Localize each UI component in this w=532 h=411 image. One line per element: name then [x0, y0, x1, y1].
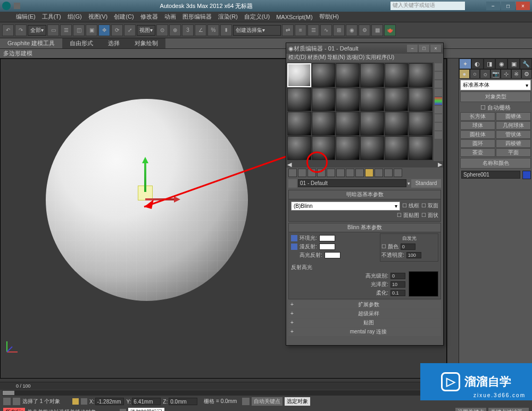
- lock-icon[interactable]: [72, 398, 79, 405]
- keyfilter-button[interactable]: 关键点过滤器...: [488, 408, 529, 411]
- menu-create[interactable]: 创建(C): [112, 13, 136, 21]
- mat-slot[interactable]: [336, 112, 360, 136]
- render-button[interactable]: 🫖: [384, 24, 396, 36]
- show-in-viewport-button[interactable]: [365, 169, 373, 177]
- selfillum-color-checkbox[interactable]: ☐ 颜色: [381, 243, 398, 250]
- show-end-result-button[interactable]: [375, 169, 383, 177]
- material-id-button[interactable]: [355, 169, 364, 177]
- extended-params-rollout[interactable]: +扩展参数: [288, 300, 441, 309]
- scroll-left-icon[interactable]: ◀: [287, 161, 292, 167]
- pyramid-button[interactable]: 四棱锥: [496, 139, 531, 148]
- supersampling-rollout[interactable]: +超级采样: [288, 309, 441, 318]
- mat-slot[interactable]: [385, 63, 409, 87]
- selected-key-dropdown[interactable]: 选定对象: [285, 397, 310, 406]
- snap-button[interactable]: 3: [182, 24, 194, 36]
- ribbon-tab-paint[interactable]: 对象绘制: [127, 38, 165, 48]
- object-color-swatch[interactable]: [522, 171, 531, 179]
- trackbar-key[interactable]: [3, 391, 14, 395]
- window-crossing-button[interactable]: ▣: [86, 24, 97, 36]
- mirror-button[interactable]: ⇄: [282, 24, 294, 36]
- mat-slot[interactable]: [312, 136, 336, 160]
- maps-rollout[interactable]: +贴图: [288, 318, 441, 327]
- select-by-mat-icon[interactable]: [435, 123, 442, 130]
- diffuse-lock-icon[interactable]: [291, 244, 297, 250]
- mat-menu-options[interactable]: 选项(O): [346, 54, 364, 62]
- rotate-button[interactable]: ⟳: [111, 24, 123, 36]
- assign-to-selection-button[interactable]: [307, 169, 316, 177]
- minimize-button[interactable]: −: [486, 2, 500, 10]
- percent-snap-button[interactable]: %: [207, 24, 219, 36]
- mat-slot[interactable]: [385, 136, 409, 160]
- mat-menu-mode[interactable]: 模式(D): [288, 54, 306, 62]
- lights-cat[interactable]: ☼: [480, 69, 491, 79]
- mat-max-button[interactable]: □: [419, 45, 429, 52]
- render-frame-button[interactable]: ▦: [371, 24, 383, 36]
- help-search-input[interactable]: 键入关键字或短语: [390, 2, 465, 10]
- utilities-tab[interactable]: 🔧: [520, 58, 532, 69]
- align-button[interactable]: ≡: [295, 24, 306, 36]
- put-to-library-button[interactable]: [346, 169, 354, 177]
- shader-dropdown[interactable]: (B)Blinn▾: [291, 202, 400, 211]
- sample-type-icon[interactable]: [435, 63, 442, 71]
- gizmo-y-axis[interactable]: [144, 160, 146, 192]
- redo-button[interactable]: ↷: [15, 24, 27, 36]
- mat-slot[interactable]: [360, 88, 384, 112]
- mat-editor-titlebar[interactable]: ◉ 材质编辑器 - 01 - Default − □ ×: [286, 43, 443, 54]
- mat-slot[interactable]: [409, 88, 433, 112]
- time-tag-icon[interactable]: [120, 409, 126, 411]
- ref-coord-dropdown[interactable]: 视图 ▾: [137, 25, 155, 36]
- scale-button[interactable]: ⤢: [124, 24, 136, 36]
- object-type-rollout[interactable]: 对象类型: [460, 91, 531, 102]
- menu-maxscript[interactable]: MAXScript(M): [274, 14, 314, 20]
- geometry-cat[interactable]: ●: [459, 69, 470, 79]
- x-coord-input[interactable]: -1.282mm: [95, 398, 124, 405]
- material-name-input[interactable]: 01 - Default: [298, 179, 406, 187]
- spec-level-spinner[interactable]: 0: [390, 273, 405, 279]
- menu-animation[interactable]: 动画: [162, 13, 178, 21]
- torus-button[interactable]: 圆环: [460, 139, 495, 148]
- mat-slot[interactable]: [385, 88, 409, 112]
- mat-slot[interactable]: [312, 88, 336, 112]
- faceted-checkbox[interactable]: ☐ 面状: [421, 212, 438, 219]
- menu-customize[interactable]: 自定义(U): [242, 13, 272, 21]
- ribbon-tab-freeform[interactable]: 自由形式: [62, 38, 101, 48]
- tube-button[interactable]: 管状体: [496, 130, 531, 139]
- go-parent-button[interactable]: [384, 169, 393, 177]
- soften-spinner[interactable]: 0.1: [390, 290, 405, 296]
- mat-slot[interactable]: [360, 112, 384, 136]
- shader-rollout-header[interactable]: 明暗器基本参数: [289, 190, 440, 199]
- mat-slot[interactable]: [287, 136, 311, 160]
- mentalray-rollout[interactable]: +mental ray 连接: [288, 328, 441, 336]
- scroll-right-icon[interactable]: ▶: [438, 161, 442, 167]
- maxscript-listener-icon[interactable]: [3, 398, 11, 405]
- selection-filter-dropdown[interactable]: 全部 ▾: [28, 25, 46, 36]
- shapes-cat[interactable]: ○: [470, 69, 480, 79]
- mat-menu-material[interactable]: 材质(M): [307, 54, 326, 62]
- name-color-rollout[interactable]: 名称和颜色: [460, 158, 531, 169]
- select-name-button[interactable]: ☰: [60, 24, 72, 36]
- menu-tools[interactable]: 工具(T): [40, 13, 63, 21]
- diffuse-swatch[interactable]: [319, 244, 335, 250]
- abs-rel-icon[interactable]: [81, 398, 87, 405]
- mat-slot[interactable]: [385, 112, 409, 136]
- box-button[interactable]: 长方体: [460, 112, 495, 121]
- pick-material-icon[interactable]: [288, 179, 297, 188]
- spinner-snap-button[interactable]: ⬍: [220, 24, 232, 36]
- display-tab[interactable]: ▣: [508, 58, 520, 69]
- render-setup-button[interactable]: ⚙: [359, 24, 370, 36]
- mat-slot[interactable]: [312, 112, 336, 136]
- maximize-button[interactable]: □: [501, 2, 515, 10]
- mat-slot[interactable]: [312, 63, 336, 87]
- mat-slot[interactable]: [409, 63, 433, 87]
- ambient-swatch[interactable]: [319, 235, 335, 241]
- menu-edit[interactable]: 编辑(E): [14, 13, 38, 21]
- ribbon-tab-selection[interactable]: 选择: [101, 38, 127, 48]
- menu-views[interactable]: 视图(V): [86, 13, 110, 21]
- object-name-input[interactable]: Sphere001: [461, 171, 520, 179]
- mat-slot[interactable]: [287, 112, 311, 136]
- mat-close-button[interactable]: ×: [430, 45, 441, 52]
- ribbon-tab-graphite[interactable]: Graphite 建模工具: [0, 38, 62, 48]
- space-cat[interactable]: ※: [511, 69, 522, 79]
- background-icon[interactable]: [435, 80, 442, 88]
- 2sided-checkbox[interactable]: ☐ 双面: [421, 202, 438, 209]
